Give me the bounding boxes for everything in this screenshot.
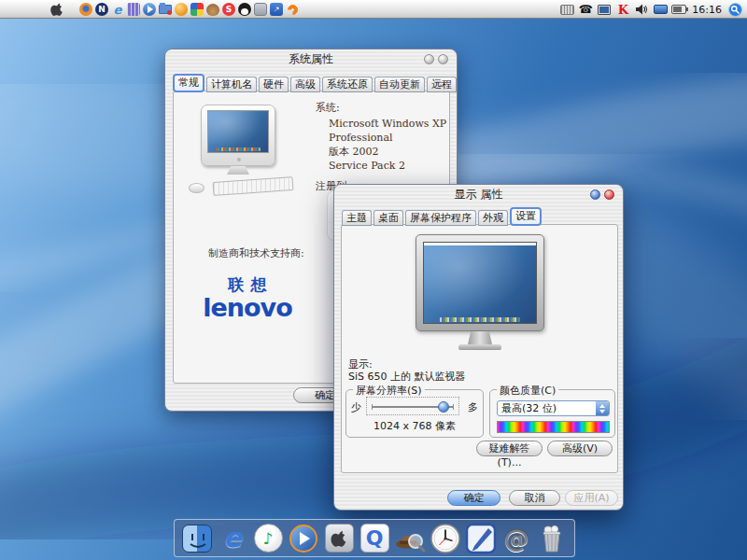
clock-icon[interactable] — [430, 523, 461, 554]
monitor-preview — [416, 234, 544, 354]
remote-desktop-icon[interactable] — [597, 2, 612, 17]
tab-settings[interactable]: 设置 — [510, 207, 542, 226]
system-line: Service Pack 2 — [316, 159, 448, 173]
screen-resolution-group: 屏幕分辨率(S) 少 多 1024 x 768 像素 — [345, 389, 484, 438]
phone-dialer-icon[interactable]: ☎ — [578, 2, 593, 17]
internet-explorer-icon[interactable]: e — [217, 523, 248, 554]
minimize-button[interactable] — [590, 189, 600, 200]
qq-icon[interactable] — [237, 2, 252, 17]
window-title: 系统属性 — [289, 52, 333, 65]
display-properties-window: 显示 属性 主题 桌面 屏幕保护程序 外观 设置 显示: S — [333, 184, 624, 511]
close-button[interactable] — [438, 54, 448, 64]
tab-general[interactable]: 常规 — [173, 74, 204, 92]
lenovo-logo: 联想 lenovo — [195, 274, 300, 320]
window-title: 显示 属性 — [455, 188, 503, 201]
screen-resolution-label: 屏幕分辨率(S) — [353, 384, 425, 398]
spotlight-icon[interactable] — [727, 2, 742, 17]
mini-desktop-preview — [423, 242, 537, 324]
settings-tab-panel: 显示: SiS 650 上的 默认监视器 屏幕分辨率(S) 少 多 1024 x… — [341, 224, 618, 473]
display-properties-titlebar[interactable]: 显示 属性 — [334, 185, 623, 204]
computer-illustration — [189, 105, 305, 207]
keyboard-illustration — [213, 176, 294, 196]
finder-icon[interactable] — [181, 523, 213, 554]
input-method-icon[interactable] — [559, 2, 574, 17]
imac-monitor — [201, 105, 275, 166]
tab-hardware[interactable]: 硬件 — [259, 77, 289, 92]
resolution-slider[interactable] — [366, 397, 459, 415]
kingsoft-icon[interactable]: K — [615, 2, 630, 17]
tab-desktop[interactable]: 桌面 — [374, 210, 403, 226]
resolution-value: 1024 x 768 像素 — [346, 419, 483, 433]
apply-button[interactable]: 应用(A) — [565, 490, 618, 506]
tab-advanced[interactable]: 高级 — [290, 77, 320, 92]
appleworks-icon[interactable] — [465, 523, 497, 554]
trash-icon[interactable] — [536, 523, 568, 554]
menubar-status-area: ☎ K 16:16 — [559, 2, 742, 17]
system-properties-tabs: 常规 计算机名 硬件 高级 系统还原 自动更新 远程 — [173, 74, 457, 92]
maxthon-icon[interactable] — [174, 2, 189, 17]
flashget-icon[interactable] — [285, 2, 300, 17]
mouse-illustration — [189, 183, 204, 193]
system-preferences-icon[interactable] — [323, 523, 355, 554]
advanced-button[interactable]: 高级(V) — [547, 441, 613, 456]
quicktime-icon[interactable]: Q — [359, 523, 390, 554]
pet-assistant-icon[interactable] — [205, 2, 220, 17]
color-quality-value: 最高(32 位) — [501, 402, 557, 415]
close-button[interactable] — [604, 189, 614, 200]
dock: e ♪ Q @ — [174, 519, 575, 557]
volume-icon[interactable] — [634, 2, 649, 17]
resolution-less-label: 少 — [351, 400, 361, 414]
monitor-frame — [416, 234, 544, 331]
itunes-icon[interactable]: ♪ — [252, 523, 284, 554]
color-quality-dropdown[interactable]: 最高(32 位) — [497, 400, 610, 416]
sherlock-icon[interactable] — [394, 523, 426, 554]
internet-explorer-icon[interactable]: e — [110, 2, 125, 17]
menubar-clock[interactable]: 16:16 — [690, 4, 724, 16]
shared-folder-icon[interactable] — [158, 2, 173, 17]
display-adapter-value: SiS 650 上的 默认监视器 — [348, 370, 466, 384]
slider-thumb[interactable] — [438, 401, 449, 413]
apple-menu-icon[interactable] — [49, 2, 64, 17]
system-line: Professional — [316, 131, 448, 145]
battery-icon[interactable] — [671, 2, 686, 17]
color-quality-label: 颜色质量(C) — [497, 384, 558, 398]
translate-tool-icon[interactable]: ➝ — [269, 2, 284, 17]
network-indicator-icon[interactable] — [653, 2, 668, 17]
system-properties-titlebar[interactable]: 系统属性 — [165, 49, 457, 69]
system-line: 版本 2002 — [316, 145, 448, 159]
tab-system-restore[interactable]: 系统还原 — [322, 77, 373, 92]
system-line: Microsoft Windows XP — [316, 117, 448, 131]
dropdown-stepper-icon[interactable] — [596, 401, 609, 415]
cancel-button[interactable]: 取消 — [509, 490, 560, 506]
tab-remote[interactable]: 远程 — [427, 77, 457, 92]
utility-gray-icon[interactable] — [253, 2, 268, 17]
tab-appearance[interactable]: 外观 — [478, 210, 508, 226]
firefox-icon[interactable] — [78, 2, 93, 17]
menu-bar: N e S ➝ ☎ K 16:16 — [0, 0, 747, 19]
tab-themes[interactable]: 主题 — [342, 210, 372, 226]
lenovo-logo-wordmark: lenovo — [195, 296, 300, 320]
mini-desktop-preview — [207, 110, 269, 153]
troubleshoot-button[interactable]: 疑难解答(T)... — [476, 441, 543, 456]
menubar-app-icons: N e S ➝ — [78, 2, 300, 17]
window-controls — [424, 54, 448, 64]
tab-screensaver[interactable]: 屏幕保护程序 — [405, 210, 476, 226]
system-label: 系统: — [316, 101, 448, 115]
desktop: N e S ➝ ☎ K 16:16 — [0, 0, 747, 560]
display-properties-tabs: 主题 桌面 屏幕保护程序 外观 设置 — [342, 207, 542, 226]
resolution-more-label: 多 — [468, 400, 478, 414]
color-quality-group: 颜色质量(C) 最高(32 位) — [489, 389, 615, 438]
skype-icon[interactable]: S — [221, 2, 236, 17]
tab-automatic-updates[interactable]: 自动更新 — [374, 77, 425, 92]
ok-button[interactable]: 确定 — [447, 490, 500, 506]
manufacturer-label: 制造商和技术支持商: — [208, 246, 304, 260]
windows-media-player-icon[interactable] — [288, 523, 319, 554]
mail-icon[interactable]: @ — [500, 523, 532, 554]
tab-computer-name[interactable]: 计算机名 — [206, 77, 257, 92]
minimize-button[interactable] — [424, 54, 434, 64]
windows-media-player-icon[interactable] — [142, 2, 157, 17]
system-info: 系统: Microsoft Windows XP Professional 版本… — [316, 101, 448, 195]
paint-tool-icon[interactable] — [190, 2, 204, 17]
media-player-purple-icon[interactable] — [126, 2, 141, 17]
netscape-icon[interactable]: N — [94, 2, 109, 17]
